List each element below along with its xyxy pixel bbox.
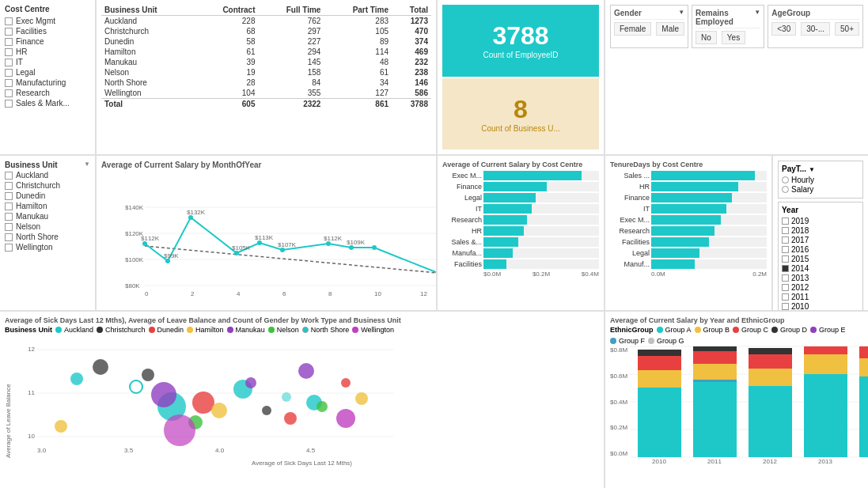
checkbox[interactable] xyxy=(5,233,13,241)
bunit-chevron[interactable]: ▼ xyxy=(84,161,90,169)
age-group-filter[interactable]: AgeGroup <30 30-... 50+ xyxy=(768,5,863,48)
year-checkbox[interactable] xyxy=(782,293,789,301)
gender-chevron[interactable]: ▼ xyxy=(678,9,684,17)
svg-point-53 xyxy=(284,412,297,425)
gender-male[interactable]: Male xyxy=(656,22,684,36)
bar-label: Research xyxy=(610,227,650,235)
checkbox[interactable] xyxy=(5,172,13,180)
year-checkbox[interactable] xyxy=(782,255,789,263)
year-checkbox[interactable] xyxy=(782,218,789,225)
remains-employed-filter[interactable]: Remains Employed▼ No Yes xyxy=(692,5,764,48)
bar-label: IT xyxy=(610,205,650,213)
bunit-item[interactable]: Wellington xyxy=(5,243,90,252)
checkbox[interactable] xyxy=(5,182,13,190)
checkbox[interactable] xyxy=(5,100,13,108)
year-checkbox[interactable] xyxy=(782,303,789,310)
legend-groupB: Group B xyxy=(695,326,730,334)
paytype-chevron[interactable]: ▼ xyxy=(809,166,815,173)
cost-centre-item[interactable]: Manufacturing xyxy=(5,78,90,87)
table-header-0: Business Unit xyxy=(101,5,196,16)
year-item[interactable]: 2017 xyxy=(782,236,859,244)
year-filter[interactable]: Year 20192018201720162015201420132012201… xyxy=(778,202,863,310)
bar-label: Finance xyxy=(442,183,482,191)
cost-centre-item[interactable]: Exec Mgmt xyxy=(5,17,90,25)
year-item[interactable]: 2019 xyxy=(782,217,859,225)
bar-label: Manuf... xyxy=(610,260,650,268)
salary-x2: $0.4M xyxy=(582,270,599,278)
checkbox[interactable] xyxy=(5,89,13,97)
year-checkbox[interactable] xyxy=(782,236,789,244)
checkbox[interactable] xyxy=(5,69,13,77)
checkbox[interactable] xyxy=(5,223,13,231)
checkbox[interactable] xyxy=(5,244,13,252)
checkbox[interactable] xyxy=(5,59,13,66)
year-item[interactable]: 2013 xyxy=(782,274,859,282)
bunit-item[interactable]: Auckland xyxy=(5,171,90,180)
remains-no[interactable]: No xyxy=(696,31,717,44)
kpi-card-1: 3788 Count of EmployeeID xyxy=(442,5,599,77)
bunit-item[interactable]: Nelson xyxy=(5,222,90,231)
year-checkbox[interactable] xyxy=(782,274,789,282)
bunit-item[interactable]: North Shore xyxy=(5,233,90,241)
checkbox[interactable] xyxy=(5,213,13,221)
year-item[interactable]: 2014 xyxy=(782,264,859,273)
table-cell: 28 xyxy=(196,78,259,88)
year-item[interactable]: 2012 xyxy=(782,283,859,292)
cost-centre-item[interactable]: Legal xyxy=(5,68,90,77)
year-checkbox[interactable] xyxy=(782,227,789,234)
remains-chevron[interactable]: ▼ xyxy=(754,9,760,26)
bunit-item[interactable]: Christchurch xyxy=(5,181,90,190)
year-item[interactable]: 2011 xyxy=(782,293,859,301)
year-item[interactable]: 2018 xyxy=(782,226,859,235)
remains-yes[interactable]: Yes xyxy=(722,31,745,44)
svg-rect-75 xyxy=(638,350,681,356)
cost-centre-item[interactable]: HR xyxy=(5,47,90,56)
svg-rect-85 xyxy=(804,374,847,457)
checkbox[interactable] xyxy=(5,17,13,25)
bunit-item[interactable]: Manukau xyxy=(5,212,90,221)
svg-text:$113K: $113K xyxy=(255,234,274,241)
year-item[interactable]: 2016 xyxy=(782,245,859,254)
checkbox[interactable] xyxy=(5,202,13,210)
paytype-year-panel: PayT... ▼ Hourly Salary Year 20192018201… xyxy=(773,156,868,310)
year-item[interactable]: 2015 xyxy=(782,255,859,263)
bar-label: Facilities xyxy=(442,260,482,268)
cost-centre-item[interactable]: Research xyxy=(5,89,90,97)
cost-centre-item[interactable]: Finance xyxy=(5,37,90,46)
paytype-salary[interactable]: Salary xyxy=(782,185,859,194)
svg-text:$99K: $99K xyxy=(164,252,179,259)
checkbox[interactable] xyxy=(5,48,13,56)
bar-fill xyxy=(483,215,527,225)
bar-track xyxy=(483,171,599,180)
legend-groupA: Group A xyxy=(657,326,692,334)
year-checkbox[interactable] xyxy=(782,265,789,272)
year-checkbox[interactable] xyxy=(782,284,789,291)
checkbox[interactable] xyxy=(5,38,13,46)
bar-track xyxy=(651,193,767,202)
checkbox[interactable] xyxy=(5,79,13,87)
cost-centre-item[interactable]: IT xyxy=(5,58,90,66)
hourly-radio[interactable] xyxy=(782,176,789,183)
bunit-item[interactable]: Hamilton xyxy=(5,202,90,210)
checkbox[interactable] xyxy=(5,28,13,36)
gender-female[interactable]: Female xyxy=(614,22,651,36)
year-item[interactable]: 2010 xyxy=(782,302,859,310)
age-50plus[interactable]: 50+ xyxy=(835,22,859,36)
table-cell: Nelson xyxy=(101,67,196,78)
cost-centre-item[interactable]: Sales & Mark... xyxy=(5,99,90,108)
stacked-chart-area: $0.8M $0.6M $0.4M $0.2M $0.0M xyxy=(610,346,863,465)
cost-centre-item[interactable]: Facilities xyxy=(5,27,90,36)
bunit-item[interactable]: Dunedin xyxy=(5,191,90,200)
paytype-filter[interactable]: PayT... ▼ Hourly Salary xyxy=(778,161,863,199)
table-row: Auckland2287622831273 xyxy=(101,16,431,27)
bunit-title: Business Unit ▼ xyxy=(5,161,90,169)
age-lt30[interactable]: <30 xyxy=(771,22,796,36)
gender-filter[interactable]: Gender▼ Female Male xyxy=(610,5,688,48)
bar-label: Manufa... xyxy=(442,249,482,257)
age-30s[interactable]: 30-... xyxy=(801,22,830,36)
salary-radio[interactable] xyxy=(782,186,789,193)
paytype-hourly[interactable]: Hourly xyxy=(782,176,859,184)
checkbox[interactable] xyxy=(5,192,13,200)
year-checkbox[interactable] xyxy=(782,246,789,253)
table-row: Dunedin5822789374 xyxy=(101,36,431,47)
